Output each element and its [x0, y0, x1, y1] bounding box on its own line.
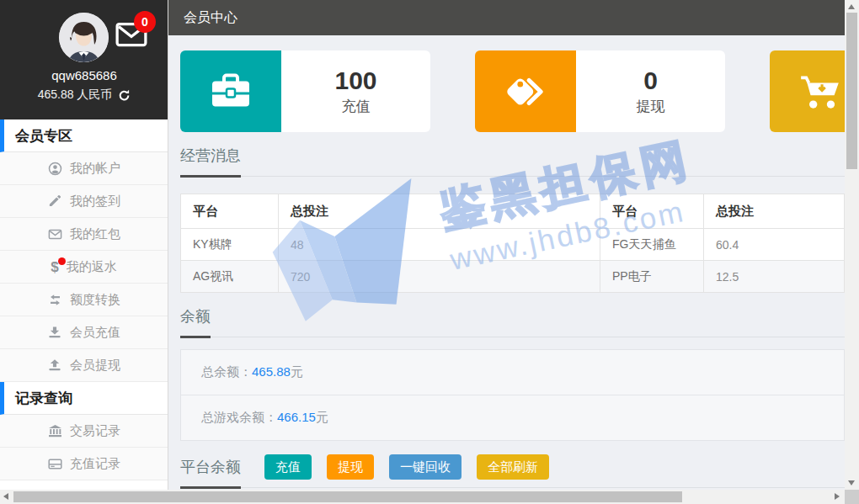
sidebar-item-label: 我的签到: [70, 194, 120, 210]
scroll-right-arrow[interactable]: [835, 493, 840, 500]
dollar-icon: $: [51, 260, 58, 274]
balance-section-header: 余额: [180, 306, 845, 337]
sidebar-item-my-redpacket[interactable]: 我的红包: [0, 218, 168, 251]
platform-buttons: 充值 提现 一键回收 全部刷新: [264, 454, 549, 480]
table-cell-platform: KY棋牌: [181, 229, 279, 261]
tags-icon: [503, 72, 548, 111]
sidebar-item-quota-transfer[interactable]: 额度转换: [0, 284, 168, 316]
section-title-balance: 余额: [180, 306, 211, 338]
stat-cards-row: 100 充值 0 提现: [180, 50, 845, 132]
table-header-platform: 平台: [181, 194, 279, 229]
scrollbar-corner: [845, 490, 859, 504]
stat-value: 0: [643, 66, 658, 94]
balance-value: 465.88: [252, 364, 291, 379]
sidebar-item-transaction-records[interactable]: 交易记录: [0, 415, 168, 448]
recharge-button[interactable]: 充值: [264, 454, 312, 480]
cart-arrow-down-icon: [798, 72, 843, 111]
topbar: 会员中心: [168, 0, 845, 35]
main-content: 100 充值 0 提现: [168, 35, 845, 490]
stat-card-icon-box: [770, 50, 845, 132]
envelope-icon: [47, 226, 62, 241]
stat-card-body: 100 充值: [281, 50, 430, 132]
stat-value: 100: [334, 66, 376, 94]
withdraw-button[interactable]: 提现: [327, 454, 374, 480]
sidebar-item-deposit-records[interactable]: 充值记录: [0, 448, 168, 480]
sidebar-item-my-account[interactable]: 我的帐户: [0, 152, 168, 185]
member-center-screen: 0 qqw685686 465.88 人民币 会员专区 我的帐户: [0, 0, 859, 504]
stat-card-body: 0 提现: [576, 50, 725, 132]
table-cell-bet: 720: [279, 261, 600, 293]
deposit-icon: [47, 325, 62, 340]
refresh-icon[interactable]: [118, 89, 131, 102]
sidebar-item-label: 我的帐户: [70, 161, 120, 177]
balance-label: 总游戏余额：: [201, 410, 277, 424]
sidebar-section-title: 会员专区: [15, 126, 72, 146]
balance-label: 总余额：: [201, 364, 252, 379]
sidebar-item-label: 我的返水: [67, 259, 117, 275]
balance-row-game-total: 总游戏余额：466.15元: [181, 395, 844, 440]
vertical-scrollbar[interactable]: [845, 0, 859, 490]
sidebar-section-member-zone: 会员专区: [0, 119, 168, 152]
refresh-all-button[interactable]: 全部刷新: [477, 454, 549, 480]
message-count-badge: 0: [134, 11, 156, 33]
horizontal-scroll-thumb[interactable]: [13, 491, 682, 502]
table-cell-platform: PP电子: [600, 261, 704, 293]
vertical-scroll-thumb[interactable]: [846, 13, 857, 169]
transfer-arrows-icon: [47, 292, 62, 307]
credit-card-icon: [47, 456, 62, 471]
balance-unit: 元: [316, 410, 328, 424]
section-title-platform-balance: 平台余额: [180, 457, 241, 489]
table-row: AG视讯 720 PP电子 12.5: [181, 261, 845, 293]
sidebar-item-my-signin[interactable]: 我的签到: [0, 185, 168, 218]
table-header-row: 平台 总投注 平台 总投注: [181, 194, 845, 229]
scroll-down-arrow[interactable]: [848, 480, 855, 485]
briefcase-icon: [209, 72, 253, 110]
sidebar-item-my-rebate[interactable]: $ 我的返水: [0, 251, 168, 284]
table-cell-bet: 60.4: [704, 229, 845, 261]
platform-section-header: 平台余额 充值 提现 一键回收 全部刷新: [180, 454, 845, 488]
withdraw-icon: [47, 358, 62, 373]
business-section-header: 经营消息: [180, 146, 845, 177]
table-cell-platform: AG视讯: [181, 261, 279, 293]
stat-card-deposit: 100 充值: [180, 50, 430, 132]
sidebar-item-label: 会员充值: [70, 325, 120, 341]
stat-card-icon-box: [475, 50, 576, 132]
horizontal-scrollbar[interactable]: [0, 490, 845, 504]
stat-label: 提现: [637, 97, 665, 116]
sidebar-item-member-deposit[interactable]: 会员充值: [0, 316, 168, 349]
table-header-total-bet: 总投注: [704, 194, 845, 229]
username: qqw685686: [0, 68, 168, 82]
section-title-business: 经营消息: [180, 146, 241, 178]
sidebar-item-label: 会员提现: [70, 358, 120, 374]
sidebar-item-member-withdraw[interactable]: 会员提现: [0, 349, 168, 382]
scroll-left-arrow[interactable]: [3, 493, 8, 500]
sidebar-section-title: 记录查询: [15, 389, 72, 408]
stat-card-withdraw: 0 提现: [475, 50, 725, 132]
balance-panel: 总余额：465.88元 总游戏余额：466.15元: [180, 349, 845, 441]
balance-unit: 元: [291, 364, 303, 379]
user-icon: [47, 161, 62, 176]
table-header-platform: 平台: [600, 194, 704, 229]
table-header-total-bet: 总投注: [279, 194, 600, 229]
table-cell-platform: FG天天捕鱼: [600, 229, 704, 261]
sidebar-item-label: 充值记录: [70, 456, 120, 472]
bank-icon: [47, 423, 62, 438]
balance-row-total: 总余额：465.88元: [181, 350, 844, 395]
sidebar-item-label: 交易记录: [70, 423, 120, 439]
sidebar-user-panel: 0 qqw685686 465.88 人民币: [0, 0, 168, 119]
table-row: KY棋牌 48 FG天天捕鱼 60.4: [181, 229, 845, 261]
one-key-recycle-button[interactable]: 一键回收: [389, 454, 462, 480]
page-title: 会员中心: [184, 9, 237, 27]
balance-text: 465.88 人民币: [38, 88, 113, 103]
avatar-illustration: [59, 13, 109, 62]
notification-dot: [58, 257, 66, 265]
pencil-icon: [47, 194, 62, 209]
avatar[interactable]: [59, 13, 109, 62]
stat-label: 充值: [342, 97, 371, 116]
sidebar-item-label: 额度转换: [70, 292, 120, 308]
balance-value: 466.15: [277, 410, 316, 424]
balance-line: 465.88 人民币: [0, 88, 168, 103]
scroll-up-arrow[interactable]: [848, 4, 855, 9]
sidebar: 0 qqw685686 465.88 人民币 会员专区 我的帐户: [0, 0, 168, 490]
sidebar-section-records: 记录查询: [0, 382, 168, 415]
